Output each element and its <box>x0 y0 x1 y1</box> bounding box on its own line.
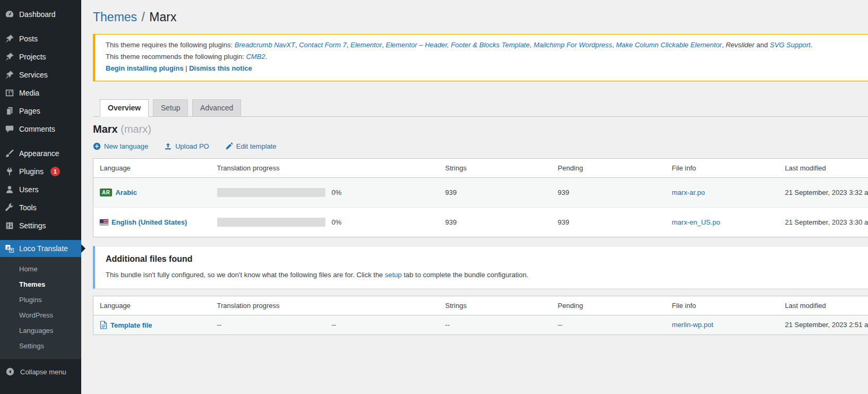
breadcrumb-themes-link[interactable]: Themes <box>93 10 137 24</box>
collapse-menu-button[interactable]: Collapse menu <box>0 363 81 380</box>
submenu-item-settings[interactable]: Settings <box>0 338 81 354</box>
col-last-modified: Last modified <box>779 296 868 315</box>
col-pending: Pending <box>552 158 666 177</box>
plugin-name: Revslider <box>726 41 754 49</box>
col-language: Language <box>93 296 211 315</box>
new-language-link[interactable]: New language <box>93 142 148 150</box>
tab-advanced[interactable]: Advanced <box>192 99 241 116</box>
col-progress: Translation progress <box>211 296 325 315</box>
pending-count: 939 <box>552 177 666 207</box>
begin-installing-plugins-link[interactable]: Begin installing plugins <box>106 64 184 72</box>
sidebar-item-users[interactable]: Users <box>0 181 81 199</box>
submenu-item-languages[interactable]: Languages <box>0 323 81 338</box>
sidebar-item-posts[interactable]: Posts <box>0 30 81 48</box>
progress-percent: 0% <box>325 207 439 237</box>
col-pending: Pending <box>552 296 666 315</box>
submenu-item-themes[interactable]: Themes <box>0 277 81 292</box>
menu-separator <box>0 23 81 30</box>
table-row-template-file: Template file -- -- -- -- merlin-wp.pot … <box>93 315 868 335</box>
pages-icon <box>5 106 14 116</box>
sidebar-item-label: Posts <box>19 35 38 43</box>
plugins-update-badge: 1 <box>50 167 60 176</box>
col-last-modified: Last modified <box>779 158 868 177</box>
sidebar-item-services[interactable]: Services <box>0 66 81 84</box>
pin-icon <box>5 52 14 62</box>
pot-file-link[interactable]: merlin-wp.pot <box>672 321 714 329</box>
language-link[interactable]: English (United States) <box>111 218 187 226</box>
plugin-icon <box>5 167 14 176</box>
sidebar-item-label: Media <box>19 89 39 97</box>
settings-icon <box>5 221 14 230</box>
col-progress: Translation progress <box>211 158 325 177</box>
breadcrumb: Themes / Marx <box>93 0 868 25</box>
dashboard-icon <box>5 10 14 19</box>
sidebar-item-label: Appearance <box>19 149 59 158</box>
bundle-slug: (marx) <box>121 123 151 135</box>
sidebar-item-label: Dashboard <box>19 10 56 19</box>
col-file-info: File info <box>666 296 779 315</box>
template-file-link[interactable]: Template file <box>110 321 152 329</box>
us-flag-icon <box>100 219 108 225</box>
col-percent <box>325 158 439 177</box>
sidebar-item-label: Projects <box>19 53 46 61</box>
upload-icon <box>164 142 172 150</box>
plugin-link[interactable]: Make Column Clickable Elementor <box>616 41 721 49</box>
strings-count: 939 <box>439 177 552 207</box>
recommended-plugins-line: This theme recommends the following plug… <box>106 51 868 63</box>
progress-value: -- <box>211 315 325 335</box>
col-language: Language <box>93 158 211 177</box>
submenu-item-plugins[interactable]: Plugins <box>0 292 81 307</box>
last-modified: 21 September, 2023 3:32 am <box>779 177 868 207</box>
sidebar-item-comments[interactable]: Comments <box>0 120 81 138</box>
sidebar-item-plugins[interactable]: Plugins 1 <box>0 162 81 181</box>
sidebar-item-pages[interactable]: Pages <box>0 102 81 120</box>
plugin-link[interactable]: Breadcrumb NavXT <box>235 41 295 49</box>
table-header-row: Language Translation progress Strings Pe… <box>93 158 868 177</box>
additional-files-table: Language Translation progress Strings Pe… <box>93 296 868 335</box>
po-file-link[interactable]: marx-ar.po <box>672 189 705 196</box>
admin-sidebar: Dashboard Posts Projects Services Media … <box>0 0 81 394</box>
submenu-item-wordpress[interactable]: WordPress <box>0 307 81 323</box>
sidebar-item-dashboard[interactable]: Dashboard <box>0 5 81 23</box>
sidebar-item-label: Services <box>19 71 48 79</box>
upload-po-link[interactable]: Upload PO <box>164 142 209 150</box>
progress-percent: 0% <box>325 177 439 207</box>
notice-actions: Begin installing plugins | Dismiss this … <box>106 63 868 74</box>
tab-overview[interactable]: Overview <box>100 99 149 117</box>
pending-count: 939 <box>552 207 666 237</box>
sidebar-item-loco-translate[interactable]: A Loco Translate <box>0 240 81 257</box>
comments-icon <box>5 124 14 134</box>
bundle-tabs: Overview Setup Advanced <box>93 99 868 117</box>
sidebar-item-appearance[interactable]: Appearance <box>0 144 81 162</box>
bundle-heading: Marx (marx) <box>93 123 868 135</box>
tab-setup[interactable]: Setup <box>153 99 188 116</box>
plugin-link[interactable]: Mailchimp For Wordpress <box>534 41 612 49</box>
setup-tab-link[interactable]: setup <box>385 271 402 279</box>
additional-files-message: This bundle isn't fully configured, so w… <box>106 270 868 279</box>
breadcrumb-separator: / <box>140 10 145 24</box>
progress-bar <box>217 188 325 197</box>
table-header-row: Language Translation progress Strings Pe… <box>93 296 868 315</box>
sidebar-item-projects[interactable]: Projects <box>0 48 81 66</box>
sidebar-item-tools[interactable]: Tools <box>0 199 81 217</box>
plugin-link[interactable]: CMB2 <box>246 53 265 61</box>
pending-count: -- <box>552 315 666 335</box>
plugin-link[interactable]: Contact Form 7 <box>299 41 347 49</box>
language-link[interactable]: Arabic <box>115 189 136 196</box>
sidebar-item-label: Comments <box>19 125 55 133</box>
menu-separator <box>0 235 81 240</box>
sidebar-item-label: Settings <box>19 221 46 230</box>
dismiss-notice-link[interactable]: Dismiss this notice <box>189 64 252 72</box>
sidebar-item-media[interactable]: Media <box>0 84 81 102</box>
plugin-link[interactable]: SVG Support <box>770 41 811 49</box>
plugin-link[interactable]: Elementor – Header, Footer & Blocks Temp… <box>386 41 530 49</box>
edit-template-link[interactable]: Edit template <box>225 142 277 150</box>
sidebar-item-settings[interactable]: Settings <box>0 217 81 235</box>
po-file-link[interactable]: marx-en_US.po <box>672 218 720 226</box>
plugin-link[interactable]: Elementor <box>350 41 382 49</box>
last-modified: 21 September, 2023 3:30 am <box>779 207 868 237</box>
submenu-item-home[interactable]: Home <box>0 261 81 277</box>
pin-icon <box>5 70 14 80</box>
table-row-arabic: ARArabic 0% 939 939 marx-ar.po 21 Septem… <box>93 177 868 207</box>
required-plugins-line: This theme requires the following plugin… <box>106 39 868 51</box>
